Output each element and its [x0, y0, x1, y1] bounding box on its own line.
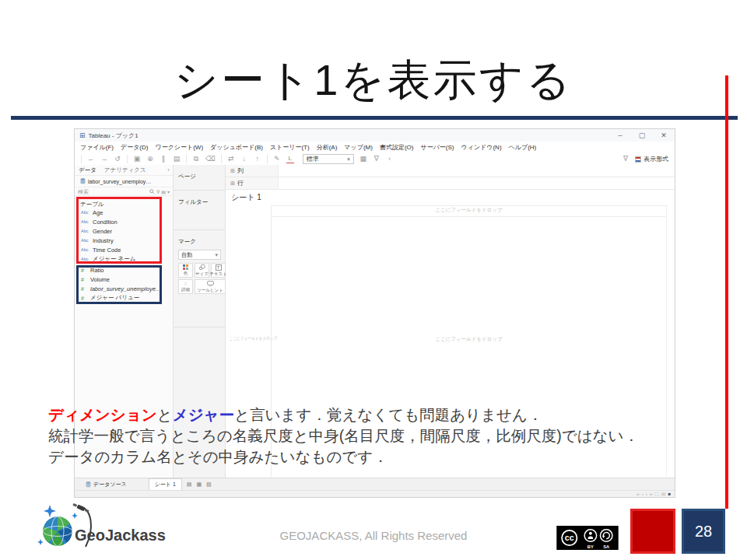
menu-story[interactable]: ストーリー(T) [270, 143, 310, 152]
next-sheet-icon[interactable]: › [646, 491, 647, 497]
undo-icon[interactable]: ← [87, 154, 95, 164]
field-measure-values[interactable]: # メジャー バリュー [75, 293, 173, 303]
mark-labels-icon[interactable]: L [286, 155, 294, 163]
color-button[interactable]: 色 [178, 263, 193, 278]
mark-type-dropdown[interactable]: 自動 ▾ [178, 250, 221, 260]
filters-shelf[interactable]: フィルター [174, 191, 225, 230]
drop-zone-canvas[interactable]: ここにフィールドをドロップ [271, 336, 667, 343]
mark-type-value: 自動 [181, 251, 192, 259]
string-type-icon: Abc [81, 257, 89, 261]
menu-format[interactable]: 書式設定(O) [380, 143, 414, 152]
view-options-icon[interactable]: ▤ [161, 189, 166, 194]
show-me-button[interactable]: 表示形式 [635, 155, 668, 163]
field-gender[interactable]: Abc Gender [75, 226, 173, 236]
field-time-code[interactable]: Abc Time Code [75, 245, 173, 254]
swap-axes-icon[interactable]: ⇄ [227, 154, 235, 164]
field-age[interactable]: Abc Age [75, 208, 173, 217]
columns-shelf[interactable]: ⊞ 列 [226, 165, 675, 177]
datasource-icon [86, 481, 91, 488]
rows-shelf[interactable]: ⊞ 行 [226, 177, 675, 190]
highlight-icon[interactable]: ✎ [273, 154, 281, 164]
measure-list: # Ratio # Volume # labor_survey_unemploy… [75, 265, 173, 303]
field-industry[interactable]: Abc Industry [75, 236, 173, 245]
search-input[interactable] [78, 189, 148, 194]
fit-dropdown[interactable]: 標準 ▾ [303, 154, 354, 164]
new-worksheet-icon[interactable]: ▤ [173, 154, 181, 164]
field-measure-names[interactable]: Abc メジャー ネーム [75, 254, 173, 264]
sheet-tabbar: データソース シート 1 ▤ ▦ ▧ [75, 478, 675, 490]
previous-sheet-icon[interactable]: ‹ [642, 491, 644, 497]
menu-dashboard[interactable]: ダッシュボード(B) [210, 143, 263, 152]
drop-zone-rows[interactable]: ここにフィールドをドロップ [229, 336, 267, 341]
pages-shelf[interactable]: ページ [174, 165, 225, 191]
show-tabs-icon[interactable]: ▢ [654, 491, 659, 497]
page-number-box: 28 [682, 509, 725, 554]
tab-data[interactable]: データ [75, 166, 100, 174]
menu-window[interactable]: ウィンドウ(N) [461, 143, 502, 152]
save-icon[interactable]: ▣ [133, 154, 141, 164]
tooltip-button[interactable]: ツールヒント [195, 279, 226, 294]
menu-file[interactable]: ファイル(F) [80, 143, 114, 152]
cc-by-sa-badge[interactable]: cc BY SA [556, 526, 619, 550]
number-type-icon: # [81, 277, 87, 282]
detail-button[interactable]: ∴ 詳細 [178, 279, 193, 294]
canvas-gridline [271, 216, 667, 217]
redo-icon[interactable]: → [100, 154, 108, 164]
show-me-label: 表示形式 [644, 155, 668, 163]
pause-updates-icon[interactable]: ∥ [160, 154, 167, 164]
datasource-item[interactable]: labor_survey_unemploy… [75, 176, 173, 187]
new-worksheet-icon[interactable]: ▤ [187, 481, 192, 488]
size-button[interactable]: サイズ [195, 263, 209, 278]
red-vertical-line [725, 75, 728, 509]
sort-ascending-icon[interactable]: ↓ [240, 154, 248, 164]
new-story-icon[interactable]: ▧ [206, 481, 212, 488]
caret-down-icon: ▾ [347, 156, 350, 163]
menu-map[interactable]: マップ(M) [344, 143, 373, 152]
minimize-button[interactable]: – [609, 129, 631, 142]
filter-fields-icon[interactable]: ∇ [156, 189, 160, 194]
marks-card: マーク 自動 ▾ 色 サイズ [174, 230, 225, 327]
clear-sheet-icon[interactable]: ⌫ [205, 154, 216, 164]
caret-down-icon: ▾ [215, 252, 218, 258]
last-sheet-icon[interactable]: » [650, 491, 652, 497]
field-table-count[interactable]: # labor_survey_unemploye… [75, 284, 173, 293]
menu-help[interactable]: ヘルプ(H) [509, 143, 537, 152]
title-underline [11, 116, 738, 120]
sheet1-tab[interactable]: シート 1 [149, 478, 182, 491]
datasource-tab[interactable]: データソース [79, 481, 133, 488]
field-volume[interactable]: # Volume [75, 275, 173, 284]
collapse-pane-icon[interactable]: ‹ [167, 166, 173, 173]
revert-icon[interactable]: ↺ [114, 154, 121, 164]
fix-axes-icon[interactable]: ∇ [373, 154, 381, 164]
grid-icon: ⊞ [230, 180, 235, 187]
show-filmstrip-icon[interactable]: ▤ [661, 491, 666, 497]
number-type-icon: # [81, 296, 87, 301]
sort-descending-icon[interactable]: ↑ [254, 154, 261, 164]
show-sheet-sorter-icon[interactable]: ■ [668, 491, 671, 497]
field-condition[interactable]: Abc Condition [75, 217, 173, 226]
menu-data[interactable]: データ(D) [121, 143, 148, 152]
maximize-button[interactable]: ▢ [631, 129, 653, 142]
highlight-funnel-icon[interactable]: ∇ [622, 154, 630, 164]
dimension-list: Abc Age Abc Condition Abc Gender Abc Ind… [75, 208, 173, 264]
menu-server[interactable]: サーバー(S) [420, 143, 454, 152]
close-button[interactable]: ✕ [653, 129, 675, 142]
first-sheet-icon[interactable]: « [637, 491, 639, 497]
fit-view-icon[interactable]: ▦ [359, 154, 367, 164]
tab-analytics[interactable]: アナリティクス [100, 166, 150, 174]
drop-zone-columns[interactable]: ここにフィールドをドロップ [271, 207, 667, 214]
window-controls: – ▢ ✕ [609, 129, 675, 142]
duplicate-icon[interactable]: ⧉ [192, 154, 200, 164]
menu-worksheet[interactable]: ワークシート(W) [155, 143, 203, 152]
search-row: ∇ ▤ ▾ [75, 187, 173, 196]
text-button[interactable]: T テキスト [211, 263, 226, 278]
new-dashboard-icon[interactable]: ▦ [196, 481, 202, 488]
annotation-line-3: データのカラム名とその中身みたいなものです． [48, 446, 725, 467]
add-data-icon[interactable]: ⊕ [146, 154, 154, 164]
search-icon[interactable] [149, 189, 155, 194]
menu-analysis[interactable]: 分析(A) [317, 143, 338, 152]
field-ratio[interactable]: # Ratio [75, 265, 173, 275]
caret-down-icon[interactable]: ▾ [167, 189, 170, 194]
sparkle-icon [44, 505, 56, 517]
collapse-toolbar-icon[interactable]: ‹ [386, 154, 394, 164]
